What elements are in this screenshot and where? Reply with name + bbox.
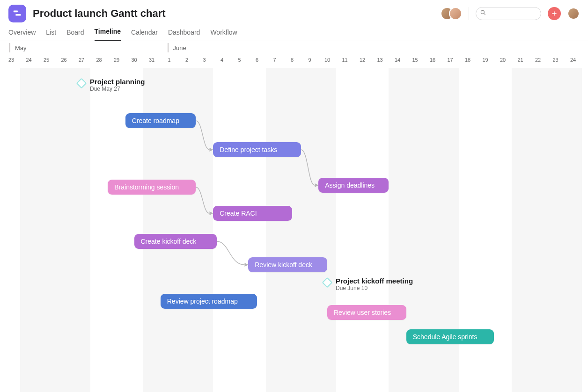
timeline-content: Project planningDue May 27Create roadmap…	[0, 68, 588, 392]
date-label: 30	[129, 57, 140, 63]
task-reviewroadmap[interactable]: Review project roadmap	[161, 294, 257, 309]
milestone-title: Project kickoff meeting	[336, 277, 413, 285]
date-label: 10	[322, 57, 333, 63]
month-label: May	[9, 43, 27, 52]
month-row: MayJune	[0, 41, 588, 54]
date-label: 12	[357, 57, 368, 63]
date-label: 22	[532, 57, 544, 63]
date-label: 28	[94, 57, 105, 63]
date-label: 9	[304, 57, 316, 63]
gantt-icon	[12, 8, 22, 19]
date-label: 23	[550, 57, 561, 63]
avatar[interactable]	[449, 7, 462, 20]
svg-point-2	[481, 10, 484, 14]
date-label: 18	[462, 57, 473, 63]
svg-marker-7	[244, 263, 248, 267]
svg-marker-6	[209, 211, 213, 215]
date-label: 29	[111, 57, 122, 63]
svg-marker-5	[315, 183, 318, 187]
svg-rect-1	[15, 14, 21, 16]
date-label: 11	[339, 57, 351, 63]
date-label: 8	[287, 57, 298, 63]
plus-icon	[551, 10, 558, 17]
milestone-due: Due May 27	[90, 86, 145, 92]
divider	[469, 7, 469, 20]
timeline: MayJune 23242526272829303112345678910111…	[0, 41, 588, 392]
task-reviewstories[interactable]: Review user stories	[327, 305, 406, 320]
date-label: 26	[59, 57, 70, 63]
search-box[interactable]	[476, 7, 541, 20]
task-roadmap[interactable]: Create roadmap	[125, 113, 196, 128]
date-label: 24	[567, 57, 579, 63]
svg-rect-0	[14, 11, 18, 13]
milestone-due: Due June 10	[336, 285, 413, 291]
tabs: Overview List Board Timeline Calendar Da…	[0, 22, 588, 41]
dates-row: 2324252627282930311234567891011121314151…	[0, 54, 588, 68]
tab-board[interactable]: Board	[66, 29, 84, 41]
date-label: 7	[269, 57, 280, 63]
task-raci[interactable]: Create RACI	[213, 206, 292, 221]
task-sprints[interactable]: Schedule Agile sprints	[406, 329, 494, 344]
milestone-diamond-icon	[76, 78, 87, 89]
task-assign[interactable]: Assign deadlines	[318, 178, 389, 193]
task-brainstorm[interactable]: Brainstorming session	[108, 180, 196, 195]
tab-dashboard[interactable]: Dashboard	[168, 29, 200, 41]
add-button[interactable]	[548, 7, 561, 20]
tab-timeline[interactable]: Timeline	[95, 28, 121, 41]
milestone-kickoff[interactable]: Project kickoff meetingDue June 10	[323, 277, 413, 291]
date-label: 6	[251, 57, 263, 63]
project-title: Product launch Gantt chart	[33, 7, 166, 20]
date-label: 20	[497, 57, 508, 63]
svg-line-3	[484, 14, 485, 15]
tab-workflow[interactable]: Workflow	[210, 29, 237, 41]
task-define[interactable]: Define project tasks	[213, 142, 301, 157]
tab-calendar[interactable]: Calendar	[131, 29, 158, 41]
header-right	[441, 7, 580, 20]
project-icon	[8, 5, 26, 22]
milestone-title: Project planning	[90, 78, 145, 86]
task-kickoffdeck[interactable]: Create kickoff deck	[134, 234, 217, 249]
date-label: 14	[392, 57, 403, 63]
task-reviewkickoff[interactable]: Review kickoff deck	[248, 257, 327, 272]
date-label: 15	[410, 57, 421, 63]
header: Product launch Gantt chart	[0, 0, 588, 22]
date-label: 3	[199, 57, 210, 63]
date-label: 2	[181, 57, 192, 63]
date-label: 17	[445, 57, 456, 63]
date-label: 25	[41, 57, 52, 63]
date-label: 27	[76, 57, 87, 63]
date-label: 31	[146, 57, 157, 63]
tab-overview[interactable]: Overview	[8, 29, 36, 41]
date-label: 1	[164, 57, 175, 63]
date-label: 16	[427, 57, 438, 63]
date-label: 19	[480, 57, 491, 63]
date-label: 21	[515, 57, 526, 63]
milestone-planning[interactable]: Project planningDue May 27	[78, 78, 145, 92]
search-icon	[480, 9, 486, 18]
date-label: 4	[216, 57, 228, 63]
date-label: 13	[375, 57, 386, 63]
milestone-diamond-icon	[322, 277, 333, 288]
date-label: 23	[6, 57, 17, 63]
member-avatars[interactable]	[441, 7, 462, 20]
month-label: June	[168, 43, 186, 52]
user-avatar[interactable]	[567, 7, 580, 20]
date-label: 5	[234, 57, 245, 63]
date-label: 24	[23, 57, 35, 63]
tab-list[interactable]: List	[46, 29, 56, 41]
svg-marker-4	[209, 148, 213, 152]
